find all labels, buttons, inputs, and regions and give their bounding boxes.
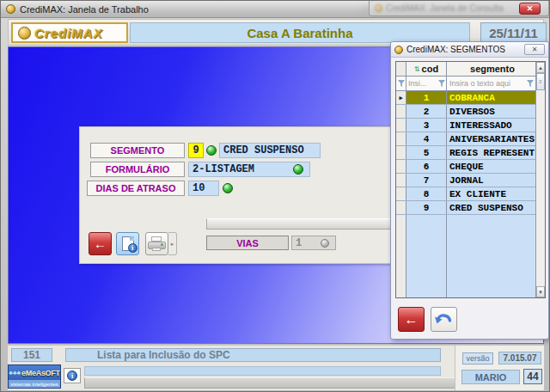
table-row[interactable]: 4 ANIVERSARIANTES bbox=[396, 132, 535, 146]
formulario-value: 2-LISTAGEM bbox=[192, 163, 254, 175]
printer-icon bbox=[148, 236, 166, 251]
grid-header-row: ⇅ cod segmento bbox=[396, 62, 535, 77]
cod-cell: 8 bbox=[406, 187, 447, 200]
version-value: 7.015.07 bbox=[498, 352, 541, 364]
cod-cell: 5 bbox=[406, 146, 447, 159]
grid-scrollbar[interactable]: ▲ ≡ ▼ bbox=[535, 62, 545, 297]
segmento-filter-input[interactable]: Insira o texto aqui bbox=[447, 77, 535, 90]
row-selector-cell bbox=[396, 119, 406, 132]
segmento-filter-placeholder: Insira o texto aqui bbox=[449, 79, 510, 88]
row-selector-cell bbox=[396, 146, 406, 159]
print-options-dropdown[interactable]: ▸ bbox=[168, 232, 177, 255]
measoft-logo-top: ♣♣♣ eMeAsOFT bbox=[9, 365, 60, 380]
cod-cell: 9 bbox=[406, 201, 447, 214]
window-title: CrediMAX: Janela de Trabalho bbox=[20, 4, 149, 15]
logo-text: CrediMAX bbox=[34, 26, 103, 40]
cod-filter-placeholder: Insi... bbox=[408, 79, 427, 88]
segmento-cell: DIVERSOS bbox=[447, 105, 535, 118]
row-selector-cell bbox=[396, 160, 406, 173]
segmentos-titlebar[interactable]: CrediMAX: SEGMENTOS ✕ bbox=[391, 42, 548, 58]
undo-arrow-icon bbox=[434, 311, 455, 328]
app-coin-icon bbox=[394, 46, 403, 54]
version-button[interactable]: versão bbox=[462, 352, 493, 364]
dias-atraso-label: DIAS DE ATRASO bbox=[87, 181, 185, 196]
info-icon: i bbox=[67, 371, 77, 381]
info-button[interactable]: i bbox=[64, 368, 81, 383]
sort-icon: ⇅ bbox=[414, 65, 420, 73]
undo-button[interactable] bbox=[431, 307, 457, 332]
status-bar: 151 Lista para Inclusão do SPC ♣♣♣ eMeAs… bbox=[8, 345, 544, 390]
filter-icon[interactable] bbox=[527, 80, 534, 87]
screen-title: Lista para Inclusão do SPC bbox=[65, 348, 441, 362]
segmento-cell: CHEQUE bbox=[447, 160, 535, 173]
filter-icon[interactable] bbox=[438, 80, 445, 87]
cod-cell: 4 bbox=[406, 132, 447, 145]
filter-icon bbox=[398, 80, 405, 87]
up-arrow-glyph: ▲ bbox=[538, 65, 543, 70]
printer-led bbox=[161, 243, 163, 246]
cod-column-header[interactable]: ⇅ cod bbox=[406, 62, 447, 76]
vias-label: VIAS bbox=[206, 236, 289, 250]
back-button[interactable]: ← bbox=[89, 232, 112, 255]
scroll-up-icon[interactable]: ▲ bbox=[536, 62, 545, 73]
preview-info-button[interactable]: i bbox=[116, 232, 139, 255]
segmentos-grid: ⇅ cod segmento Insi... bbox=[395, 61, 546, 298]
chevron-right-icon: ▸ bbox=[171, 241, 174, 248]
back-arrow-icon: ← bbox=[405, 312, 419, 328]
segmento-value-field[interactable]: CRED SUSPENSO bbox=[219, 143, 321, 158]
row-selector-cell bbox=[396, 187, 406, 200]
table-row[interactable]: 5 REGIS REPRESENT bbox=[396, 146, 535, 160]
row-selector-cell bbox=[396, 132, 406, 145]
inactive-window-title: CrediMAX: Janela de Consulta bbox=[386, 3, 504, 13]
info-icon: i bbox=[128, 243, 138, 253]
row-selector-cell bbox=[396, 105, 406, 118]
measoft-logo: ♣♣♣ eMeAsOFT sistemas inteligentes bbox=[8, 364, 61, 389]
table-row[interactable]: 7 JORNAL bbox=[396, 174, 535, 187]
cod-cell: 7 bbox=[406, 174, 447, 187]
segmentos-back-button[interactable]: ← bbox=[398, 307, 425, 332]
segmento-column-header[interactable]: segmento bbox=[447, 62, 535, 76]
close-icon[interactable]: ✕ bbox=[519, 3, 541, 15]
table-row[interactable]: 3 INTERESSADO bbox=[396, 119, 535, 132]
segmento-row: SEGMENTO 9 CRED SUSPENSO bbox=[90, 143, 321, 158]
segmento-label: SEGMENTO bbox=[90, 143, 185, 158]
trees-icon: ♣♣♣ bbox=[9, 370, 21, 376]
segmentos-window: CrediMAX: SEGMENTOS ✕ ⇅ cod segmento bbox=[390, 41, 549, 340]
cod-cell: 2 bbox=[406, 105, 447, 118]
segmento-code-input[interactable]: 9 bbox=[188, 143, 204, 158]
table-row[interactable]: ▶ 1 COBRANCA bbox=[396, 91, 535, 105]
company-banner: Casa A Baratinha bbox=[130, 22, 470, 43]
app-coin-icon bbox=[6, 4, 15, 14]
cod-cell: 6 bbox=[406, 160, 447, 173]
lookup-sphere-icon bbox=[206, 145, 217, 156]
empty-segmento-area bbox=[447, 215, 535, 297]
table-row[interactable]: 9 CRED SUSPENSO bbox=[396, 201, 535, 215]
cod-filter-input[interactable]: Insi... bbox=[406, 77, 447, 90]
lookup-sphere-gray-icon bbox=[321, 239, 329, 248]
table-row[interactable]: 8 EX CLIENTE bbox=[396, 187, 535, 201]
selector-column-header bbox=[396, 62, 406, 76]
row-selector-cell: ▶ bbox=[396, 91, 406, 104]
scrollbar-thumb[interactable]: ≡ bbox=[536, 73, 545, 90]
print-button[interactable] bbox=[145, 232, 168, 255]
dias-atraso-field[interactable]: 10 bbox=[188, 181, 219, 196]
inactive-window-titlebar[interactable]: CrediMAX: Janela de Consulta ✕ bbox=[369, 1, 549, 16]
row-selector-cell bbox=[396, 174, 406, 187]
table-row[interactable]: 2 DIVERSOS bbox=[396, 105, 535, 119]
thumb-grip-glyph: ≡ bbox=[539, 79, 542, 84]
segmento-cell: REGIS REPRESENT bbox=[447, 146, 535, 159]
vias-field[interactable]: 1 bbox=[291, 236, 336, 250]
scroll-down-icon[interactable]: ▼ bbox=[536, 286, 545, 297]
formulario-value-field[interactable]: 2-LISTAGEM bbox=[188, 162, 310, 177]
close-icon[interactable]: ✕ bbox=[524, 44, 545, 55]
segmento-cell: CRED SUSPENSO bbox=[447, 201, 535, 214]
formulario-row: FORMULÁRIO 2-LISTAGEM bbox=[90, 162, 310, 177]
company-name: Casa A Baratinha bbox=[247, 26, 352, 40]
cod-cell: 3 bbox=[406, 119, 447, 132]
segmento-cell: COBRANCA bbox=[447, 91, 535, 104]
date-field: 25/11/11 bbox=[480, 22, 547, 43]
table-row[interactable]: 6 CHEQUE bbox=[396, 160, 535, 174]
measoft-logo-subtitle: sistemas inteligentes bbox=[9, 380, 60, 388]
spc-form-panel: SEGMENTO 9 CRED SUSPENSO FORMULÁRIO 2-LI… bbox=[79, 126, 406, 264]
user-code-badge: 44 bbox=[523, 369, 542, 384]
